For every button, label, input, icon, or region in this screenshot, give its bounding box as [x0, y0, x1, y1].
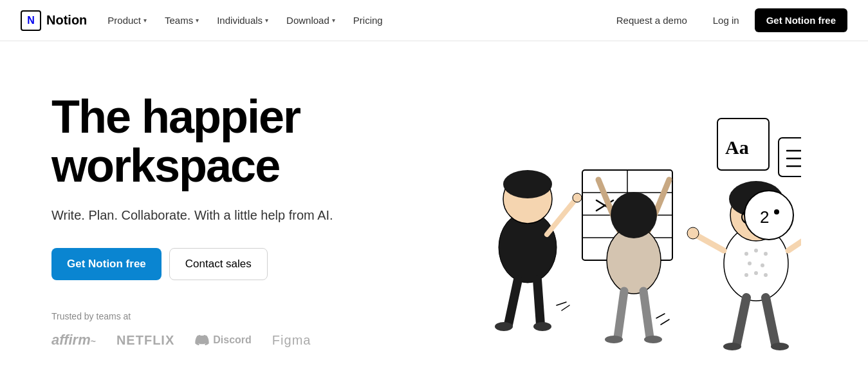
nav-item-teams[interactable]: Teams ▾ [157, 10, 207, 31]
svg-text:Aa: Aa [725, 137, 749, 158]
navbar: N Notion Product ▾ Teams ▾ Individuals ▾… [0, 0, 868, 41]
notion-logo[interactable]: N Notion [21, 10, 87, 31]
hero-illustration-container: ∫ [412, 80, 817, 350]
svg-text:2: 2 [760, 207, 769, 227]
logo-text: Notion [46, 13, 87, 28]
svg-line-45 [766, 298, 775, 344]
svg-line-44 [737, 298, 746, 344]
svg-point-47 [771, 343, 789, 350]
nav-pricing-label: Pricing [353, 15, 383, 26]
chevron-down-icon: ▾ [265, 17, 268, 24]
hero-illustration: ∫ [428, 80, 801, 350]
svg-point-7 [495, 322, 513, 331]
svg-point-2 [503, 170, 552, 198]
svg-point-23 [605, 336, 623, 343]
svg-line-58 [562, 305, 569, 310]
hero-section: The happier workspace Write. Plan. Colla… [0, 41, 868, 371]
navbar-left: N Notion Product ▾ Teams ▾ Individuals ▾… [21, 10, 391, 31]
affirm-logo: affirm [51, 332, 96, 348]
chevron-down-icon: ▾ [196, 17, 199, 24]
svg-point-24 [644, 336, 662, 343]
svg-point-8 [533, 322, 551, 331]
hero-subtitle: Write. Plan. Collaborate. With a little … [51, 205, 347, 225]
svg-point-56 [774, 209, 779, 214]
chevron-down-icon: ▾ [332, 17, 335, 24]
discord-icon [195, 335, 209, 345]
svg-point-31 [754, 271, 758, 275]
svg-line-6 [537, 280, 540, 325]
svg-point-26 [744, 252, 748, 256]
hero-get-notion-free-button[interactable]: Get Notion free [51, 248, 162, 280]
logo-letter: N [27, 15, 35, 26]
svg-point-4 [573, 193, 582, 202]
svg-line-40 [695, 234, 724, 251]
nav-teams-label: Teams [165, 15, 193, 26]
netflix-logo: NETFLIX [116, 333, 174, 348]
svg-point-27 [754, 249, 758, 252]
svg-point-33 [764, 273, 768, 277]
svg-point-30 [761, 263, 764, 267]
svg-line-22 [643, 291, 650, 338]
nav-item-product[interactable]: Product ▾ [100, 10, 154, 31]
svg-point-46 [723, 343, 741, 350]
svg-line-60 [661, 319, 669, 325]
person-2 [598, 180, 669, 343]
hero-title-line2: workspace [51, 140, 279, 191]
hero-buttons: Get Notion free Contact sales [51, 248, 412, 280]
svg-point-32 [744, 273, 748, 277]
nav-get-notion-free-button[interactable]: Get Notion free [755, 8, 847, 32]
nav-product-label: Product [107, 15, 141, 26]
svg-rect-50 [779, 138, 801, 176]
svg-line-21 [618, 291, 624, 338]
svg-point-42 [687, 227, 699, 239]
request-demo-button[interactable]: Request a demo [606, 10, 697, 31]
svg-point-20 [611, 192, 657, 238]
hero-content: The happier workspace Write. Plan. Colla… [51, 80, 412, 348]
person-1 [495, 170, 582, 331]
hero-title-line1: The happier [51, 91, 300, 142]
svg-point-29 [748, 262, 752, 265]
nav-item-individuals[interactable]: Individuals ▾ [209, 10, 276, 31]
nav-item-pricing[interactable]: Pricing [346, 10, 391, 31]
trusted-label: Trusted by teams at [51, 311, 412, 321]
nav-download-label: Download [286, 15, 329, 26]
svg-line-57 [557, 302, 566, 305]
chevron-down-icon: ▾ [143, 17, 147, 24]
hero-contact-sales-button[interactable]: Contact sales [169, 248, 268, 280]
login-button[interactable]: Log in [703, 10, 750, 31]
nav-individuals-label: Individuals [217, 15, 263, 26]
discord-logo: Discord [195, 334, 252, 346]
figma-logo: Figma [272, 333, 311, 348]
hero-title: The happier workspace [51, 93, 412, 190]
trusted-logos: affirm NETFLIX Discord Figma [51, 332, 412, 348]
svg-line-5 [508, 280, 518, 325]
svg-point-28 [764, 252, 768, 256]
illustration-svg: ∫ [428, 80, 801, 350]
nav-item-download[interactable]: Download ▾ [279, 10, 343, 31]
navbar-right: Request a demo Log in Get Notion free [606, 8, 847, 32]
notion-logo-icon: N [21, 10, 41, 31]
svg-line-41 [788, 231, 801, 251]
svg-line-59 [656, 314, 665, 318]
